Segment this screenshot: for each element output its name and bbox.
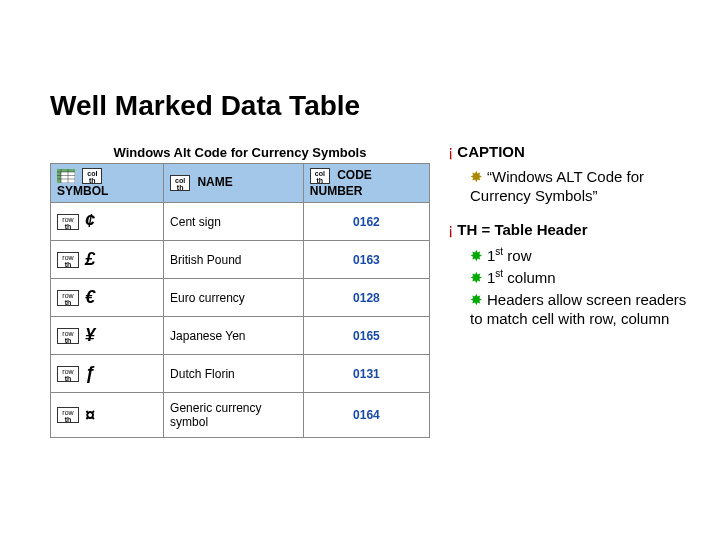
ordinal-suffix: st [495,268,503,279]
note-th: ¡TH = Table Header [448,220,690,241]
currency-symbol: ¥ [85,325,95,345]
table-caption: Windows Alt Code for Currency Symbols [50,142,430,163]
col-header-symbol: SYMBOL [51,164,164,203]
star-bullet-icon: ✸ [470,269,483,286]
col-th-icon [82,168,102,184]
currency-symbol: ƒ [85,363,95,383]
table-row: ¢ Cent sign 0162 [51,203,430,241]
note-caption-text: ✸“Windows ALT Code for Currency Symbols” [470,167,690,206]
star-bullet-icon: ✸ [470,168,483,185]
note-caption-value: “Windows ALT Code for Currency Symbols” [470,168,644,205]
currency-symbol: ¢ [85,211,95,231]
currency-name: Cent sign [164,203,304,241]
note-th-item: ✸1st column [470,267,690,288]
note-th-item: ✸1st row [470,245,690,266]
header-name-label: NAME [197,175,232,189]
currency-code: 0163 [303,241,429,279]
note-text: Headers allow screen readers to match ce… [470,291,686,328]
circle-bullet-icon: ¡ [448,221,453,238]
notes-panel: ¡CAPTION ✸“Windows ALT Code for Currency… [448,142,690,438]
col-th-icon [310,168,330,184]
table-row: ƒ Dutch Florin 0131 [51,355,430,393]
currency-name: British Pound [164,241,304,279]
table-icon [57,169,75,183]
currency-symbol: ¤ [85,405,95,425]
row-header: ¥ [51,317,164,355]
row-th-icon [57,407,79,423]
note-caption: ¡CAPTION [448,142,690,163]
currency-name: Euro currency [164,279,304,317]
note-th-label: TH = Table Header [457,221,587,238]
col-header-code: CODE NUMBER [303,164,429,203]
row-th-icon [57,366,79,382]
col-th-icon [170,175,190,191]
row-th-icon [57,290,79,306]
table-row: ¤ Generic currency symbol 0164 [51,393,430,438]
row-th-icon [57,328,79,344]
row-header: £ [51,241,164,279]
currency-table: SYMBOL NAME CODE NUMBER ¢ Cent sign [50,163,430,438]
circle-bullet-icon: ¡ [448,143,453,160]
page-title: Well Marked Data Table [50,90,690,122]
row-th-icon [57,252,79,268]
star-bullet-icon: ✸ [470,291,483,308]
table-container: Windows Alt Code for Currency Symbols SY… [50,142,430,438]
ordinal-suffix: st [495,246,503,257]
star-bullet-icon: ✸ [470,247,483,264]
header-symbol-label: SYMBOL [57,184,108,198]
col-header-name: NAME [164,164,304,203]
currency-code: 0128 [303,279,429,317]
currency-name: Generic currency symbol [164,393,304,438]
currency-code: 0165 [303,317,429,355]
currency-symbol: € [85,287,95,307]
svg-rect-2 [57,169,61,183]
currency-name: Japanese Yen [164,317,304,355]
currency-name: Dutch Florin [164,355,304,393]
currency-code: 0131 [303,355,429,393]
note-text: column [503,269,556,286]
row-th-icon [57,214,79,230]
table-row: ¥ Japanese Yen 0165 [51,317,430,355]
currency-code: 0164 [303,393,429,438]
table-row: £ British Pound 0163 [51,241,430,279]
currency-code: 0162 [303,203,429,241]
row-header: ¢ [51,203,164,241]
content-row: Windows Alt Code for Currency Symbols SY… [50,142,690,438]
row-header: ¤ [51,393,164,438]
row-header: € [51,279,164,317]
table-body: ¢ Cent sign 0162 £ British Pound 0163 € … [51,203,430,438]
note-text: row [503,247,531,264]
note-caption-label: CAPTION [457,143,525,160]
note-th-item: ✸Headers allow screen readers to match c… [470,290,690,329]
row-header: ƒ [51,355,164,393]
table-row: € Euro currency 0128 [51,279,430,317]
currency-symbol: £ [85,249,95,269]
